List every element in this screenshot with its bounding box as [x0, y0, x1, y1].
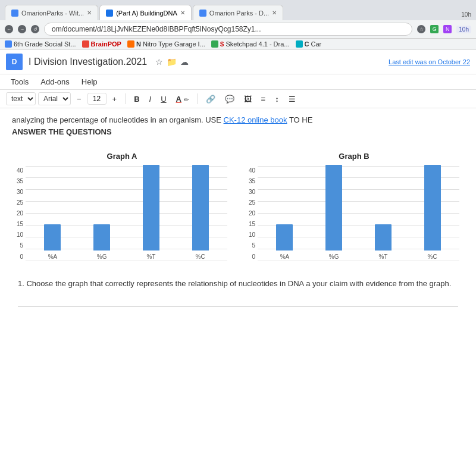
graph-b-bars: %A %G %T %C	[258, 166, 459, 261]
graph-b-container: Graph B 40 35 30 25 20 15 10 5 0	[244, 146, 464, 266]
bookmark-car[interactable]: C Car	[296, 40, 322, 48]
menu-help[interactable]: Help	[77, 76, 102, 88]
bookmark-car-label: Car	[311, 40, 321, 48]
answer-1-input[interactable]	[18, 293, 458, 307]
tab-1[interactable]: OmarionParks - Wit... ✕	[5, 5, 98, 20]
ck12-link[interactable]: CK-12 online book	[224, 115, 287, 124]
barB-C-label: %C	[428, 252, 437, 261]
bookmark-social[interactable]: 6th Grade Social St...	[5, 40, 76, 48]
barB-A-rect	[276, 224, 293, 250]
font-size-increase[interactable]: +	[109, 93, 121, 105]
question-1-body: Choose the graph that correctly represen…	[26, 279, 451, 288]
bar-C-rect	[192, 165, 209, 250]
address-input[interactable]	[44, 23, 412, 36]
comment-button[interactable]: 💬	[221, 93, 238, 105]
tab1-close[interactable]: ✕	[87, 10, 92, 16]
image-button[interactable]: 🖼	[240, 93, 255, 105]
bar-C-label: %C	[196, 252, 205, 261]
barB-T-label: %T	[378, 252, 387, 261]
extension-icon-green[interactable]: G	[430, 25, 439, 33]
doc-content: analyzing the percentage of nucleotides …	[0, 108, 476, 320]
back-icon[interactable]: ←	[5, 25, 13, 33]
graph-b-bars-area: %A %G %T %C	[258, 166, 459, 261]
graph-a-bar-G: %G	[93, 224, 110, 261]
bar-T-rect	[143, 165, 159, 250]
bookmark-social-label: 6th Grade Social St...	[14, 40, 76, 48]
tab3-close[interactable]: ✕	[272, 10, 277, 16]
menu-addons[interactable]: Add-ons	[36, 76, 74, 88]
text-style-select[interactable]: text	[6, 92, 36, 105]
graph-b-bar-G: %G	[325, 165, 342, 261]
list-button[interactable]: ☰	[285, 93, 299, 105]
toolbar: text Arial − + B I U A ✏ 🔗 💬 🖼 ≡ ↕ ☰	[0, 90, 476, 108]
cloud-icon[interactable]: ☁	[180, 57, 189, 67]
menu-tools[interactable]: Tools	[6, 76, 33, 88]
question-1-number: 1.	[18, 279, 24, 288]
tab2-label: (Part A) BuildingDNA	[116, 10, 177, 17]
tab-3[interactable]: Omarion Parks - D... ✕	[193, 5, 283, 20]
bookmark-star-icon[interactable]: ☆	[417, 25, 425, 33]
menu-bar: Tools Add-ons Help	[0, 74, 476, 90]
graph-a-bars: %A %G %T %C	[26, 166, 227, 261]
tab2-close[interactable]: ✕	[180, 10, 185, 16]
toolbar-divider-1	[125, 93, 126, 104]
font-size-input[interactable]	[87, 93, 107, 105]
tab1-favicon	[11, 10, 18, 17]
graph-a-title: Graph A	[17, 151, 227, 162]
last-edit-link[interactable]: Last edit was on October 22	[389, 58, 470, 65]
docs-title-icons: ☆ 📁 ☁	[155, 57, 189, 67]
tab1-label: OmarionParks - Wit...	[21, 10, 84, 17]
graph-b-bar-A: %A	[276, 224, 293, 261]
bold-button[interactable]: B	[130, 93, 143, 105]
folder-icon[interactable]: 📁	[167, 57, 177, 67]
barB-C-rect	[424, 165, 441, 250]
line-spacing-button[interactable]: ↕	[271, 93, 283, 105]
graph-a-bars-area: %A %G %T %C	[26, 166, 227, 261]
tab-2[interactable]: (Part A) BuildingDNA ✕	[99, 5, 192, 20]
graph-a-area: 40 35 30 25 20 15 10 5 0	[17, 166, 227, 261]
bar-A-rect	[44, 224, 61, 250]
bar-T-label: %T	[146, 252, 155, 261]
doc-intro: analyzing the percentage of nucleotides …	[12, 114, 464, 137]
font-color-a: A	[176, 95, 181, 104]
question-section: 1. Choose the graph that correctly repre…	[12, 278, 464, 308]
barB-G-rect	[325, 165, 342, 250]
docs-top-bar: D I Division Investigation.2021 ☆ 📁 ☁ La…	[0, 50, 476, 74]
docs-icon: D	[6, 54, 23, 70]
refresh-icon[interactable]: ↺	[31, 25, 39, 33]
extension-badge: 10h	[456, 26, 471, 33]
bookmark-nitro[interactable]: N Nitro Type Garage I...	[127, 40, 205, 48]
question-1-text: 1. Choose the graph that correctly repre…	[18, 278, 458, 290]
bookmark-nitro-label: N	[136, 40, 141, 48]
forward-icon[interactable]: →	[18, 25, 26, 33]
font-size-decrease[interactable]: −	[73, 93, 85, 105]
browser-chrome: OmarionParks - Wit... ✕ (Part A) Buildin…	[0, 0, 476, 20]
graph-b-title: Graph B	[249, 151, 459, 162]
graph-b-area: 40 35 30 25 20 15 10 5 0	[249, 166, 459, 261]
font-select[interactable]: Arial	[38, 92, 71, 105]
bookmark-nitro-text: Nitro Type Garage I...	[143, 40, 205, 48]
link-button[interactable]: 🔗	[202, 93, 219, 105]
extension-icon-purple[interactable]: N	[443, 25, 452, 33]
docs-title: I Division Investigation.2021	[29, 57, 147, 67]
address-bar: ← → ↺ ☆ G N 10h	[0, 20, 476, 39]
bookmarks-bar: 6th Grade Social St... BrainPOP N Nitro …	[0, 39, 476, 50]
bookmark-car-favicon	[296, 40, 303, 48]
align-button[interactable]: ≡	[258, 93, 270, 105]
bookmark-sketchpad[interactable]: S Sketchpad 4.1 - Dra...	[211, 40, 290, 48]
bookmark-nitro-favicon	[127, 40, 134, 48]
intro-text-2: TO HE	[287, 115, 313, 124]
graph-a-container: Graph A 40 35 30 25 20 15 10 5 0	[12, 146, 232, 266]
underline-button[interactable]: U	[157, 93, 170, 105]
bar-G-rect	[93, 224, 110, 250]
font-color-button[interactable]: A ✏	[173, 93, 192, 105]
star-icon[interactable]: ☆	[155, 57, 163, 67]
barB-G-label: %G	[329, 252, 339, 261]
tab3-favicon	[199, 10, 206, 17]
toolbar-divider-2	[197, 93, 198, 104]
italic-button[interactable]: I	[146, 93, 155, 105]
browser-time: 10h	[461, 11, 471, 20]
graph-a-bar-C: %C	[192, 165, 209, 261]
font-color-pencil: ✏	[184, 96, 189, 103]
bookmark-brainpop[interactable]: BrainPOP	[82, 40, 121, 48]
